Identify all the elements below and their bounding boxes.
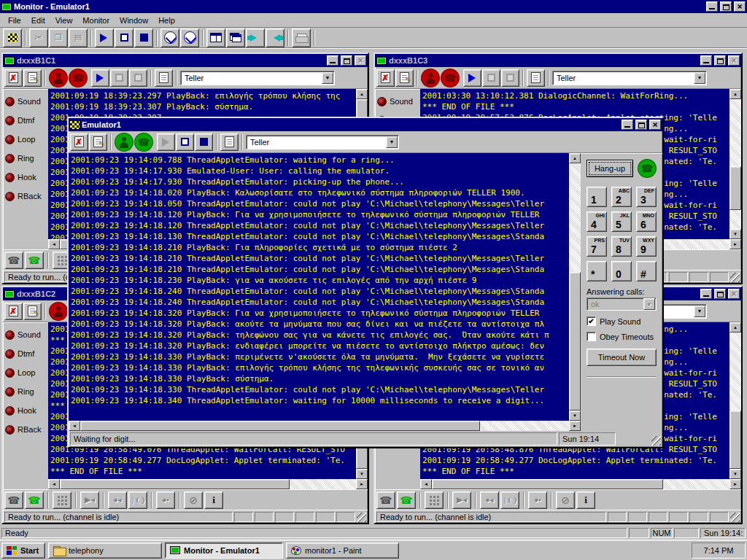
scroll-right-button[interactable]: ► — [569, 421, 581, 431]
scroll-right-button[interactable]: ► — [729, 239, 741, 249]
resize-grip[interactable] — [651, 436, 661, 446]
keypad-button-3[interactable]: DEF3 — [636, 187, 657, 207]
keypad-button-8[interactable]: TUV8 — [611, 236, 632, 257]
stop-all-button[interactable] — [134, 28, 153, 47]
abort-button[interactable]: ⊘ — [184, 491, 203, 509]
phone-mode-button[interactable]: ☎ — [69, 69, 88, 88]
stop-record-button[interactable]: ●▪ — [156, 491, 175, 509]
edit-log-button[interactable]: ✎ — [23, 69, 42, 87]
close-button[interactable]: × — [728, 289, 740, 299]
resize-grip[interactable] — [730, 513, 740, 522]
hangup-phone-button[interactable]: ☎ — [4, 252, 23, 269]
horizontal-scrollbar[interactable]: ◄ ► — [48, 479, 368, 489]
monitor-sound-button[interactable]: ❳❨❭ — [128, 491, 147, 509]
stop-button[interactable] — [129, 69, 147, 87]
close-button[interactable]: × — [728, 55, 740, 66]
play-file-button[interactable]: ▶◂ — [80, 491, 99, 509]
menu-monitor[interactable]: Monitor — [77, 15, 115, 26]
keypad-button-9[interactable]: WXY9 — [636, 236, 657, 257]
run-button[interactable] — [157, 133, 175, 151]
applet-combo[interactable]: Teller ▼ — [246, 135, 399, 149]
user-mode-button[interactable] — [115, 133, 133, 152]
keypad-button-*[interactable]: * — [587, 261, 607, 281]
dialpad-button[interactable] — [425, 491, 444, 509]
keypad-button-4[interactable]: GHI4 — [587, 211, 607, 232]
vertical-scrollbar[interactable]: ▲ ▼ — [569, 153, 581, 421]
pickup-phone-button[interactable]: ☎ — [25, 252, 44, 269]
pause-all-button[interactable] — [115, 28, 133, 47]
next-window-button[interactable] — [246, 28, 265, 47]
scroll-down-button[interactable]: ▼ — [569, 411, 581, 421]
clear-log-button[interactable]: ✗ — [4, 69, 23, 87]
edit-log-button[interactable]: ✎ — [395, 69, 414, 87]
record-button[interactable]: ●◂ — [480, 491, 499, 509]
clear-log-button[interactable]: ✗ — [4, 303, 23, 320]
pickup-phone-button[interactable]: ☎ — [25, 491, 44, 509]
scroll-left-button[interactable]: ◄ — [48, 239, 60, 249]
task-monitor1-paint[interactable]: monitor1 - Paint — [286, 542, 399, 559]
clear-log-button[interactable]: ✗ — [70, 133, 88, 151]
stop-button[interactable] — [501, 69, 519, 87]
task-monitor-emulator1[interactable]: Monitor - Emulator1 — [165, 542, 283, 559]
keypad-button-0[interactable]: 0 — [611, 261, 632, 281]
scroll-right-button[interactable]: ► — [356, 479, 368, 489]
close-button[interactable]: × — [734, 1, 746, 12]
close-button[interactable]: × — [355, 55, 366, 66]
minimize-button[interactable] — [622, 120, 633, 130]
scroll-down-button[interactable]: ▼ — [729, 229, 741, 239]
monitor-sound-button[interactable]: ❳❨❭ — [500, 491, 519, 509]
pause-button[interactable] — [110, 69, 128, 87]
run-button[interactable] — [463, 69, 481, 87]
keypad-button-5[interactable]: JKL5 — [611, 211, 632, 232]
minimize-button[interactable] — [700, 55, 712, 66]
applet-combo[interactable]: Teller ▼ — [552, 71, 707, 85]
emulator-titlebar[interactable]: Emulator1 × — [69, 118, 662, 131]
scroll-left-button[interactable]: ◄ — [48, 479, 60, 489]
abort-button[interactable]: ⊘ — [556, 491, 575, 509]
new-monitor-button[interactable] — [3, 28, 22, 47]
horizontal-scrollbar[interactable]: ◄ ► — [69, 421, 581, 431]
paste-button[interactable]: ▤ — [69, 28, 88, 47]
horizontal-scrollbar[interactable]: ◄ ► — [420, 479, 741, 489]
dialpad-button[interactable] — [53, 491, 71, 509]
hangup-phone-button[interactable]: ☎ — [4, 491, 23, 509]
maximize-button[interactable] — [341, 55, 352, 66]
scrollbar-thumb[interactable] — [60, 479, 290, 489]
answering-combo[interactable]: ok ▼ — [587, 298, 657, 311]
hangup-phone-button[interactable]: ☎ — [376, 491, 395, 509]
copy-button[interactable]: ❐ — [49, 28, 68, 47]
scroll-up-button[interactable]: ▲ — [729, 89, 741, 99]
play-file-button[interactable]: ▶◂ — [452, 491, 471, 509]
edit-log-button[interactable]: ✎ — [23, 303, 42, 320]
menu-file[interactable]: File — [3, 15, 26, 26]
scroll-left-button[interactable]: ◄ — [69, 421, 80, 431]
scrollbar-thumb[interactable] — [729, 166, 741, 210]
properties-button[interactable] — [155, 69, 173, 87]
app-titlebar[interactable]: Monitor - Emulator1 × — [0, 0, 747, 13]
user-mode-button[interactable] — [49, 302, 68, 321]
scrollbar-thumb[interactable] — [432, 479, 663, 489]
print-button[interactable] — [292, 28, 311, 47]
properties-button[interactable] — [527, 69, 545, 87]
minimize-button[interactable] — [700, 289, 712, 299]
keypad-button-7[interactable]: PRS7 — [587, 236, 607, 257]
scroll-up-button[interactable]: ▲ — [569, 153, 581, 163]
keypad-button-1[interactable]: 1 — [587, 187, 607, 207]
scroll-up-button[interactable]: ▲ — [729, 322, 741, 332]
pause-button[interactable] — [176, 133, 194, 151]
stop-button[interactable] — [195, 133, 213, 151]
keypad-button-2[interactable]: ABC2 — [611, 187, 632, 207]
info-button[interactable]: i — [576, 491, 595, 509]
scroll-right-button[interactable]: ► — [729, 479, 741, 489]
run-button[interactable] — [91, 69, 109, 87]
applet-combo[interactable]: Teller ▼ — [180, 71, 335, 85]
stop-record-button[interactable]: ●▪ — [528, 491, 547, 509]
menu-window[interactable]: Window — [115, 15, 153, 26]
maximize-button[interactable] — [714, 55, 726, 66]
connect-button[interactable] — [160, 28, 179, 47]
edit-log-button[interactable]: ✎ — [89, 133, 107, 151]
resize-grip[interactable] — [357, 513, 366, 522]
maximize-button[interactable] — [714, 289, 726, 299]
user-mode-button[interactable] — [421, 69, 440, 88]
close-button[interactable]: × — [649, 120, 661, 130]
